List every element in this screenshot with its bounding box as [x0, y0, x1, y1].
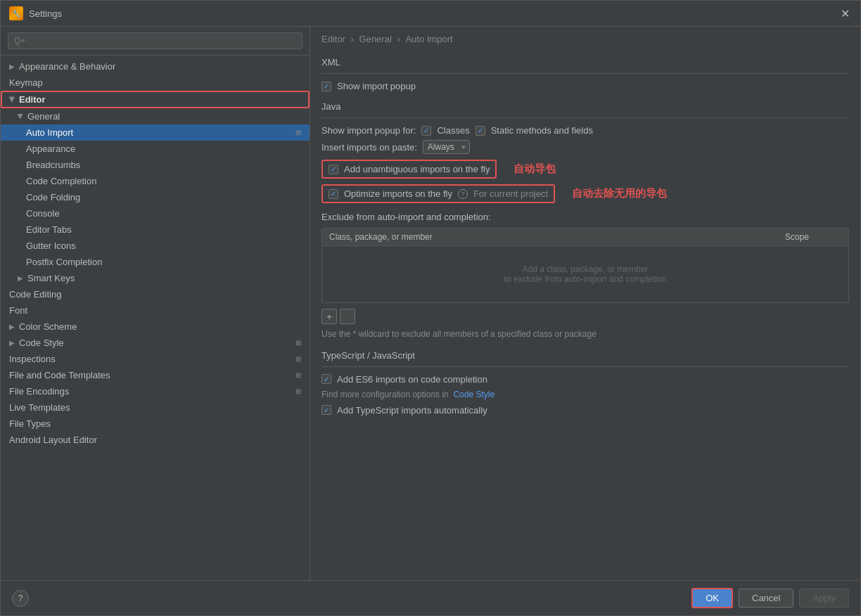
insert-imports-select[interactable]: Always Ask Never — [423, 140, 470, 154]
table-empty-line2: to exclude from auto-import and completi… — [504, 274, 667, 284]
sidebar-item-auto-import[interactable]: Auto Import ⊞ — [1, 124, 310, 141]
chevron-icon: ▶ — [8, 97, 16, 103]
sidebar-item-postfix-completion[interactable]: Postfix Completion — [1, 254, 310, 270]
sidebar-item-font[interactable]: Font — [1, 302, 310, 319]
help-icon[interactable]: ? — [458, 189, 468, 199]
add-typescript-row: Add TypeScript imports automatically — [321, 405, 849, 416]
sidebar-item-color-scheme[interactable]: ▶ Color Scheme — [1, 319, 310, 335]
add-unambiguous-label: Add unambiguous imports on the fly — [344, 164, 490, 174]
remove-row-button[interactable]: − — [340, 309, 355, 324]
table-empty-line1: Add a class, package, or member — [504, 264, 667, 274]
sidebar-item-general[interactable]: ▶ General — [1, 108, 310, 124]
sidebar-item-label: Smart Keys — [27, 273, 75, 283]
sidebar-item-code-completion[interactable]: Code Completion — [1, 173, 310, 189]
add-es6-checkbox[interactable] — [321, 374, 331, 384]
exclude-table: Class, package, or member Scope Add a cl… — [321, 228, 849, 303]
sidebar-item-file-types[interactable]: File Types — [1, 416, 310, 432]
sidebar-item-label: Code Completion — [26, 176, 96, 186]
ok-button[interactable]: OK — [691, 588, 733, 608]
sidebar-item-inspections[interactable]: Inspections ⊞ — [1, 351, 310, 367]
settings-dialog: 🔧 Settings ✕ ▶ Appearance & Behavior Key… — [0, 0, 861, 616]
sidebar-item-code-style[interactable]: ▶ Code Style ⊞ — [1, 335, 310, 351]
search-box — [1, 27, 310, 56]
optimize-imports-row: Optimize imports on the fly ? For curren… — [321, 184, 849, 203]
chevron-icon: ▶ — [17, 114, 25, 120]
find-config-label: Find more configuration options in — [321, 390, 449, 399]
sidebar: ▶ Appearance & Behavior Keymap ▶ Editor … — [1, 27, 310, 580]
cancel-button[interactable]: Cancel — [739, 589, 793, 608]
sidebar-item-label: Code Folding — [26, 192, 80, 203]
xml-section-title: XML — [321, 57, 849, 68]
show-import-label: Show import popup for: — [321, 125, 416, 136]
sidebar-item-label: Appearance & Behavior — [19, 61, 115, 72]
table-col1: Class, package, or member — [329, 232, 785, 242]
sidebar-item-file-code-templates[interactable]: File and Code Templates ⊞ — [1, 367, 310, 383]
add-row-button[interactable]: + — [321, 309, 337, 324]
show-import-popup-row: Show import popup for: Classes Static me… — [321, 125, 849, 136]
breadcrumb: Editor › General › Auto Import — [310, 27, 860, 49]
add-unambiguous-row: Add unambiguous imports on the fly 自动导包 — [321, 160, 849, 179]
panel-content: XML Show import popup Java Show import p… — [310, 49, 860, 580]
sidebar-item-console[interactable]: Console — [1, 205, 310, 222]
table-body: Add a class, package, or member to exclu… — [322, 246, 848, 302]
sidebar-item-label: Code Editing — [9, 289, 61, 300]
search-input[interactable] — [8, 32, 302, 49]
classes-checkbox[interactable] — [421, 126, 431, 136]
sidebar-item-label: Appearance — [26, 143, 75, 154]
sidebar-item-code-editing[interactable]: Code Editing — [1, 286, 310, 302]
optimize-imports-checkbox[interactable] — [329, 189, 338, 199]
sidebar-item-label: Color Scheme — [19, 321, 77, 332]
sidebar-item-appearance-behavior[interactable]: ▶ Appearance & Behavior — [1, 58, 310, 75]
sidebar-item-label: Android Layout Editor — [9, 435, 97, 445]
close-button[interactable]: ✕ — [838, 6, 852, 20]
title-bar: 🔧 Settings ✕ — [1, 1, 860, 27]
sidebar-item-gutter-icons[interactable]: Gutter Icons — [1, 238, 310, 254]
optimize-imports-highlight-box: Optimize imports on the fly ? For curren… — [321, 184, 555, 203]
sidebar-item-code-folding[interactable]: Code Folding — [1, 189, 310, 205]
static-methods-checkbox[interactable] — [476, 126, 485, 136]
sidebar-item-android-layout-editor[interactable]: Android Layout Editor — [1, 432, 310, 448]
sidebar-item-label: Postfix Completion — [26, 257, 102, 267]
sidebar-item-file-encodings[interactable]: File Encodings ⊞ — [1, 383, 310, 399]
chevron-icon: ▶ — [18, 274, 23, 282]
sidebar-item-breadcrumbs[interactable]: Breadcrumbs — [1, 157, 310, 173]
exclude-label: Exclude from auto-import and completion: — [321, 212, 849, 222]
chevron-icon: ▶ — [9, 339, 15, 347]
breadcrumb-part1: Editor — [321, 34, 345, 44]
for-current-project-label: For current project — [473, 188, 548, 199]
right-panel: Editor › General › Auto Import XML Show … — [310, 27, 860, 580]
item-badge: ⊞ — [295, 371, 301, 379]
sidebar-item-label: File Types — [9, 418, 51, 429]
add-typescript-label: Add TypeScript imports automatically — [337, 405, 487, 416]
help-button[interactable]: ? — [12, 590, 29, 607]
sidebar-item-label: Live Templates — [9, 402, 70, 413]
sidebar-item-appearance[interactable]: Appearance — [1, 141, 310, 157]
sidebar-item-smart-keys[interactable]: ▶ Smart Keys — [1, 270, 310, 286]
breadcrumb-part2: General — [359, 34, 392, 44]
add-typescript-checkbox[interactable] — [321, 405, 331, 415]
code-style-link[interactable]: Code Style — [453, 390, 495, 399]
sidebar-item-keymap[interactable]: Keymap — [1, 75, 310, 91]
sidebar-item-label: File and Code Templates — [9, 370, 110, 380]
insert-imports-row: Insert imports on paste: Always Ask Neve… — [321, 140, 849, 154]
item-badge: ⊞ — [295, 339, 301, 347]
add-unambiguous-checkbox[interactable] — [329, 165, 338, 174]
table-header: Class, package, or member Scope — [322, 229, 848, 246]
sidebar-item-label: File Encodings — [9, 386, 69, 397]
content-area: ▶ Appearance & Behavior Keymap ▶ Editor … — [1, 27, 860, 580]
dialog-title: Settings — [29, 8, 62, 19]
xml-show-import-checkbox[interactable] — [321, 82, 331, 91]
insert-imports-label: Insert imports on paste: — [321, 142, 417, 153]
apply-button[interactable]: Apply — [799, 589, 849, 608]
sidebar-item-live-templates[interactable]: Live Templates — [1, 399, 310, 416]
xml-show-import-label: Show import popup — [337, 81, 416, 91]
sidebar-item-label: Font — [9, 305, 27, 316]
find-config-row: Find more configuration options in Code … — [321, 389, 849, 401]
item-badge: ⊞ — [295, 129, 301, 136]
sidebar-item-editor-tabs[interactable]: Editor Tabs — [1, 222, 310, 238]
add-unambiguous-highlight-box: Add unambiguous imports on the fly — [321, 160, 497, 179]
sidebar-item-label: Editor Tabs — [26, 224, 72, 235]
sidebar-item-editor[interactable]: ▶ Editor — [1, 91, 310, 108]
sidebar-item-label: Inspections — [9, 354, 56, 364]
add-es6-label: Add ES6 imports on code completion — [337, 374, 487, 385]
